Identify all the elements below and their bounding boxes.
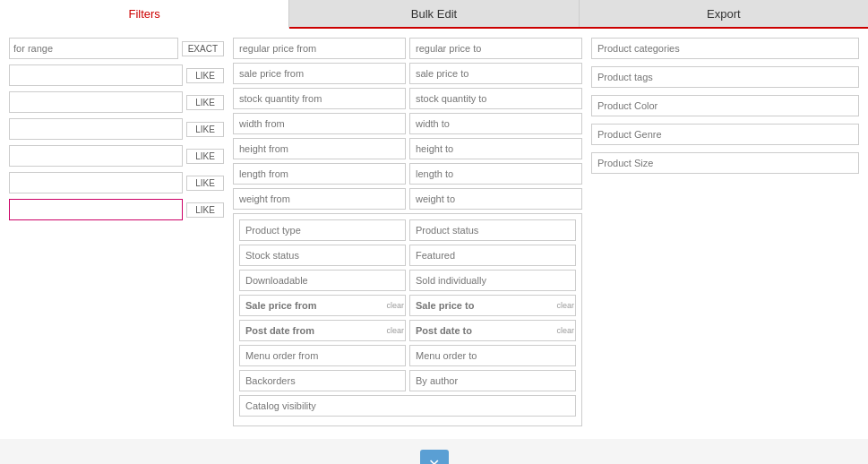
close-button[interactable]: ✕ [420, 450, 449, 464]
sale-price-from-wrapper: clear [239, 295, 406, 316]
close-icon: ✕ [428, 456, 440, 465]
filter-input-6[interactable] [9, 172, 183, 193]
mid-left-input-6[interactable] [233, 188, 406, 210]
tab-bulk-edit[interactable]: Bulk Edit [289, 0, 579, 27]
mid-text-row-0 [233, 38, 582, 59]
sale-price-from-clear[interactable]: clear [386, 301, 404, 310]
filter-input-4[interactable] [9, 118, 183, 140]
filter-badge-6[interactable]: LIKE [186, 176, 224, 191]
mid-text-row-4 [233, 138, 582, 159]
mid-right-input-6[interactable] [409, 188, 582, 210]
mid-text-row-2 [233, 88, 582, 109]
filter-row-3: LIKE [9, 91, 224, 113]
post-date-to-wrapper: clear [409, 320, 576, 341]
bottom-single-input-2[interactable] [239, 395, 576, 417]
filter-row-7: LIKE [9, 199, 224, 220]
select-left-1[interactable] [239, 245, 406, 266]
left-panel: EXACT LIKE LIKE LIKE LIKE LIKE LIKE [9, 38, 224, 430]
filter-row-4: LIKE [9, 118, 224, 140]
post-date-to-clear[interactable]: clear [556, 326, 574, 335]
sale-price-to-clear[interactable]: clear [556, 301, 574, 310]
filter-row-2: LIKE [9, 64, 224, 86]
mid-right-input-4[interactable] [409, 138, 582, 159]
select-rows [239, 219, 576, 291]
mid-select-row-2 [239, 270, 576, 291]
filter-badge-3[interactable]: LIKE [186, 95, 224, 110]
tab-export[interactable]: Export [580, 0, 868, 27]
mid-left-input-5[interactable] [233, 163, 406, 185]
mid-right-input-3[interactable] [409, 113, 582, 134]
filter-input-1[interactable] [9, 38, 178, 59]
filter-row-5: LIKE [9, 145, 224, 167]
filter-row-1: EXACT [9, 38, 224, 59]
post-date-row: clear clear [239, 320, 576, 341]
filter-input-3[interactable] [9, 91, 183, 113]
select-right-1[interactable] [409, 245, 576, 266]
mid-text-row-6 [233, 188, 582, 210]
filter-badge-1[interactable]: EXACT [182, 41, 224, 56]
bottom-single-row-2 [239, 395, 576, 417]
select-left-0[interactable] [239, 219, 406, 241]
sale-price-row: clear clear [239, 295, 576, 316]
right-panel [591, 38, 859, 430]
filter-badge-5[interactable]: LIKE [186, 149, 224, 164]
filter-badge-7[interactable]: LIKE [186, 202, 224, 218]
post-date-from-input[interactable] [239, 320, 406, 341]
mid-left-input-0[interactable] [233, 38, 406, 59]
select-right-0[interactable] [409, 219, 576, 241]
mid-right-input-1[interactable] [409, 63, 582, 84]
tab-filters[interactable]: Filters [0, 0, 289, 29]
bottom-double-row-0 [239, 345, 576, 366]
text-rows [233, 38, 582, 210]
post-date-to-input[interactable] [409, 320, 576, 341]
filter-input-2[interactable] [9, 64, 183, 86]
right-field-4[interactable] [591, 152, 859, 174]
mid-right-input-2[interactable] [409, 88, 582, 109]
sale-price-to-input[interactable] [409, 295, 576, 316]
top-tabs: Filters Bulk Edit Export [0, 0, 868, 29]
bottom-left-input-1[interactable] [239, 370, 406, 391]
bottom-left-input-0[interactable] [239, 345, 406, 366]
bottom-rows [239, 345, 576, 417]
mid-text-row-5 [233, 163, 582, 185]
middle-panel: clear clear clear clear [233, 38, 582, 430]
filter-badge-2[interactable]: LIKE [186, 68, 224, 83]
select-left-2[interactable] [239, 270, 406, 291]
mid-text-row-1 [233, 63, 582, 84]
filter-input-5[interactable] [9, 145, 183, 167]
bottom-right-input-0[interactable] [409, 345, 576, 366]
sale-price-to-wrapper: clear [409, 295, 576, 316]
bottom-bar: ✕ [0, 439, 868, 464]
select-section: clear clear clear clear [233, 213, 582, 426]
right-fields [591, 38, 859, 181]
mid-select-row-0 [239, 219, 576, 241]
post-date-from-wrapper: clear [239, 320, 406, 341]
mid-left-input-4[interactable] [233, 138, 406, 159]
right-field-2[interactable] [591, 95, 859, 116]
mid-left-input-2[interactable] [233, 88, 406, 109]
mid-left-input-1[interactable] [233, 63, 406, 84]
right-field-1[interactable] [591, 66, 859, 88]
main-content: EXACT LIKE LIKE LIKE LIKE LIKE LIKE [0, 29, 868, 439]
post-date-from-clear[interactable]: clear [386, 326, 404, 335]
filter-row-6: LIKE [9, 172, 224, 193]
mid-right-input-5[interactable] [409, 163, 582, 185]
bottom-double-row-1 [239, 370, 576, 391]
mid-text-row-3 [233, 113, 582, 134]
sale-price-from-input[interactable] [239, 295, 406, 316]
mid-right-input-0[interactable] [409, 38, 582, 59]
mid-left-input-3[interactable] [233, 113, 406, 134]
select-right-2[interactable] [409, 270, 576, 291]
filter-badge-4[interactable]: LIKE [186, 122, 224, 137]
right-field-3[interactable] [591, 124, 859, 145]
right-field-0[interactable] [591, 38, 859, 59]
bottom-right-input-1[interactable] [409, 370, 576, 391]
mid-select-row-1 [239, 245, 576, 266]
filter-input-7[interactable] [9, 199, 183, 220]
